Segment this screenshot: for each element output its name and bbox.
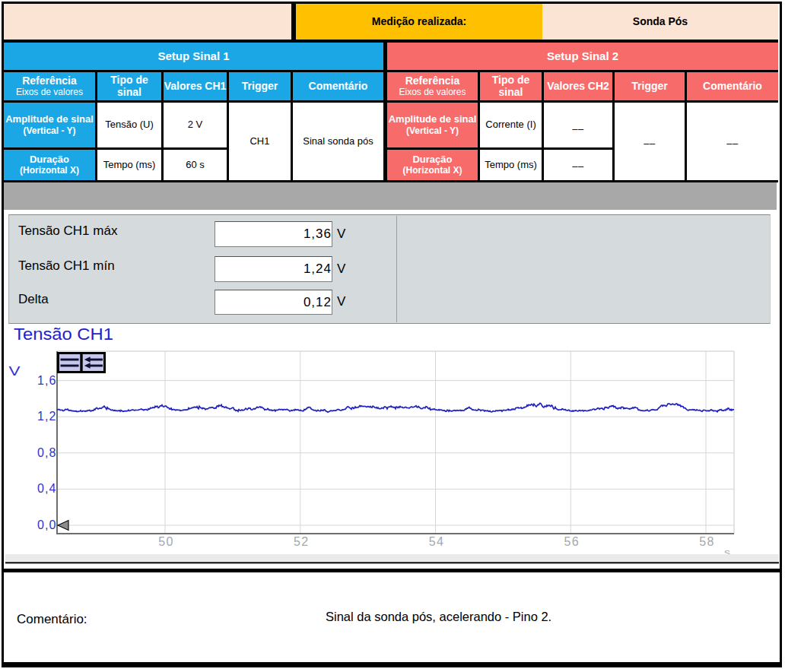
svg-text:50: 50	[158, 535, 173, 548]
svg-text:V: V	[9, 364, 21, 379]
svg-text:56: 56	[564, 535, 579, 548]
svg-text:1,6: 1,6	[37, 374, 56, 387]
svg-text:0,4: 0,4	[37, 482, 56, 495]
svg-text:0,0: 0,0	[37, 518, 56, 531]
svg-text:52: 52	[294, 535, 308, 548]
svg-text:54: 54	[429, 535, 443, 548]
svg-text:1,2: 1,2	[37, 410, 56, 423]
svg-text:0,8: 0,8	[37, 446, 56, 459]
svg-text:58: 58	[699, 535, 713, 548]
svg-text:Tensão CH1: Tensão CH1	[14, 325, 113, 344]
